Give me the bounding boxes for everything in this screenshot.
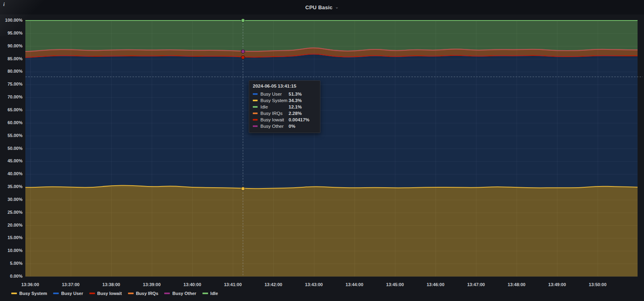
tooltip-series-name: Busy Other: [260, 124, 289, 129]
legend-swatch: [202, 293, 208, 294]
tooltip-series-value: 2.28%: [289, 111, 302, 116]
tooltip-series-name: Busy Iowait: [260, 117, 289, 122]
tooltip-series-swatch: [253, 100, 258, 101]
y-tick-label: 75.00%: [0, 82, 23, 86]
legend-swatch: [89, 293, 95, 294]
legend-item-idle[interactable]: Idle: [202, 291, 218, 296]
y-tick-label: 0.00%: [0, 274, 23, 278]
tooltip-series-value: 12.1%: [289, 104, 302, 109]
legend-swatch: [53, 293, 59, 294]
legend-item-busy-irqs[interactable]: Busy IRQs: [128, 291, 159, 296]
x-tick-label: 13:48:00: [504, 282, 529, 287]
tooltip-series-name: Busy System: [260, 98, 289, 103]
y-tick-label: 55.00%: [0, 133, 23, 138]
y-tick-label: 15.00%: [0, 235, 23, 240]
legend-label: Busy Other: [172, 291, 196, 296]
y-tick-label: 95.00%: [0, 31, 23, 35]
tooltip-series-value: 0.00417%: [289, 117, 310, 122]
y-tick-label: 10.00%: [0, 248, 23, 253]
series-areas: [25, 20, 638, 276]
x-tick-label: 13:39:00: [139, 282, 165, 287]
x-tick-label: 13:44:00: [342, 282, 367, 287]
tooltip-row: Busy Iowait0.00417%: [253, 117, 316, 123]
tooltip-series-swatch: [253, 93, 258, 95]
tooltip-row: Busy User51.3%: [253, 91, 316, 97]
x-tick-label: 13:41:00: [220, 282, 246, 287]
y-tick-label: 100.00%: [0, 18, 23, 23]
y-tick-label: 30.00%: [0, 197, 23, 202]
chart-tooltip: 2024-06-05 13:41:15 Busy User51.3%Busy S…: [249, 80, 320, 133]
tooltip-row: Idle12.1%: [253, 104, 316, 110]
y-tick-label: 80.00%: [0, 69, 23, 74]
x-tick-label: 13:40:00: [180, 282, 205, 287]
y-tick-label: 50.00%: [0, 146, 23, 151]
x-tick-label: 13:36:00: [17, 282, 43, 287]
grafana-cpu-panel: CPU Basic ⌄ i 0.00%5.00%10.00%15.00%20.0…: [0, 0, 644, 301]
y-tick-label: 60.00%: [0, 120, 23, 125]
x-tick-label: 13:50:00: [585, 282, 611, 287]
tooltip-series-value: 51.3%: [289, 92, 302, 96]
tooltip-row: Busy Other0%: [253, 123, 316, 129]
legend-item-busy-system[interactable]: Busy System: [11, 291, 47, 296]
y-tick-label: 25.00%: [0, 210, 23, 215]
legend-label: Busy Iowait: [97, 291, 122, 296]
y-tick-label: 70.00%: [0, 94, 23, 99]
legend-swatch: [164, 293, 170, 294]
y-tick-label: 20.00%: [0, 223, 23, 227]
tooltip-series-name: Busy IRQs: [260, 111, 289, 116]
legend-item-busy-user[interactable]: Busy User: [53, 291, 83, 296]
x-tick-label: 13:49:00: [544, 282, 570, 287]
x-tick-label: 13:37:00: [58, 282, 84, 287]
tooltip-row: Busy IRQs2.28%: [253, 110, 316, 117]
tooltip-timestamp: 2024-06-05 13:41:15: [253, 84, 316, 88]
tooltip-series-name: Idle: [260, 104, 289, 109]
tooltip-series-name: Busy User: [260, 92, 289, 96]
legend-swatch: [128, 293, 134, 294]
x-tick-label: 13:47:00: [463, 282, 489, 287]
legend-item-busy-iowait[interactable]: Busy Iowait: [89, 291, 122, 296]
tooltip-series-value: 0%: [289, 124, 295, 129]
y-tick-label: 35.00%: [0, 184, 23, 189]
y-tick-label: 90.00%: [0, 43, 23, 48]
tooltip-row: Busy System34.3%: [253, 97, 316, 104]
legend-label: Busy System: [19, 291, 47, 296]
legend-label: Busy User: [61, 291, 83, 296]
x-tick-label: 13:43:00: [301, 282, 327, 287]
x-tick-label: 13:42:00: [260, 282, 286, 287]
y-tick-label: 40.00%: [0, 171, 23, 176]
x-tick-label: 13:38:00: [98, 282, 124, 287]
y-tick-label: 45.00%: [0, 158, 23, 163]
legend-label: Busy IRQs: [136, 291, 159, 296]
x-tick-label: 13:45:00: [382, 282, 408, 287]
y-tick-label: 5.00%: [0, 261, 23, 266]
y-tick-label: 85.00%: [0, 56, 23, 61]
tooltip-series-swatch: [253, 106, 258, 108]
x-tick-label: 13:46:00: [423, 282, 448, 287]
legend-swatch: [11, 293, 17, 294]
panel-info-icon[interactable]: i: [3, 1, 5, 8]
y-tick-label: 65.00%: [0, 107, 23, 112]
tooltip-series-swatch: [253, 119, 258, 121]
tooltip-series-swatch: [253, 125, 258, 127]
tooltip-series-swatch: [253, 113, 258, 114]
tooltip-series-value: 34.3%: [289, 98, 302, 103]
legend-label: Idle: [211, 291, 218, 296]
legend: Busy SystemBusy UserBusy IowaitBusy IRQs…: [11, 290, 218, 297]
legend-item-busy-other[interactable]: Busy Other: [164, 291, 196, 296]
cpu-stacked-area-chart[interactable]: [0, 0, 644, 301]
